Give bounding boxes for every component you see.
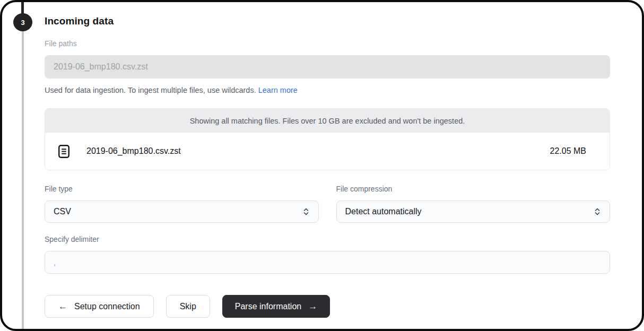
file-paths-label: File paths <box>45 39 610 48</box>
matching-files-banner: Showing all matching files. Files over 1… <box>45 109 610 133</box>
file-document-icon <box>58 145 69 158</box>
file-paths-input <box>45 55 610 79</box>
delimiter-input[interactable] <box>45 251 610 274</box>
file-compression-select[interactable]: Detect automatically <box>336 201 611 223</box>
skip-label: Skip <box>180 302 196 311</box>
file-row: 2019-06_bmp180.csv.zst 22.05 MB <box>45 133 610 170</box>
file-paths-helper: Used for data ingestion. To ingest multi… <box>45 86 610 94</box>
parse-information-button[interactable]: Parse information → <box>222 295 330 318</box>
page-title: Incoming data <box>45 15 610 27</box>
setup-connection-button[interactable]: ← Setup connection <box>45 295 154 318</box>
file-type-select[interactable]: CSV <box>45 201 319 223</box>
step-number: 3 <box>21 19 24 27</box>
parse-information-label: Parse information <box>235 302 301 311</box>
file-compression-label: File compression <box>336 185 611 193</box>
incoming-data-section: Incoming data File paths Used for data i… <box>45 0 610 318</box>
matching-files-panel: Showing all matching files. Files over 1… <box>45 108 610 170</box>
chevron-up-down-icon <box>594 207 601 216</box>
file-compression-value: Detect automatically <box>345 207 594 216</box>
step-indicator: 3 <box>13 13 32 31</box>
arrow-left-icon: ← <box>58 301 67 312</box>
skip-button[interactable]: Skip <box>166 295 210 318</box>
file-size: 22.05 MB <box>550 146 586 156</box>
file-type-label: File type <box>45 185 319 193</box>
timeline-segment <box>22 15 24 331</box>
chevron-up-down-icon <box>302 207 310 216</box>
setup-connection-label: Setup connection <box>74 302 140 311</box>
delimiter-label: Specify delimiter <box>45 235 610 243</box>
file-type-value: CSV <box>54 207 302 216</box>
arrow-right-icon: → <box>308 301 317 312</box>
learn-more-link[interactable]: Learn more <box>258 86 298 94</box>
wizard-actions: ← Setup connection Skip Parse informatio… <box>45 295 610 318</box>
timeline-segment-top <box>21 0 24 15</box>
helper-text: Used for data ingestion. To ingest multi… <box>45 86 258 94</box>
file-name: 2019-06_bmp180.csv.zst <box>86 146 550 156</box>
